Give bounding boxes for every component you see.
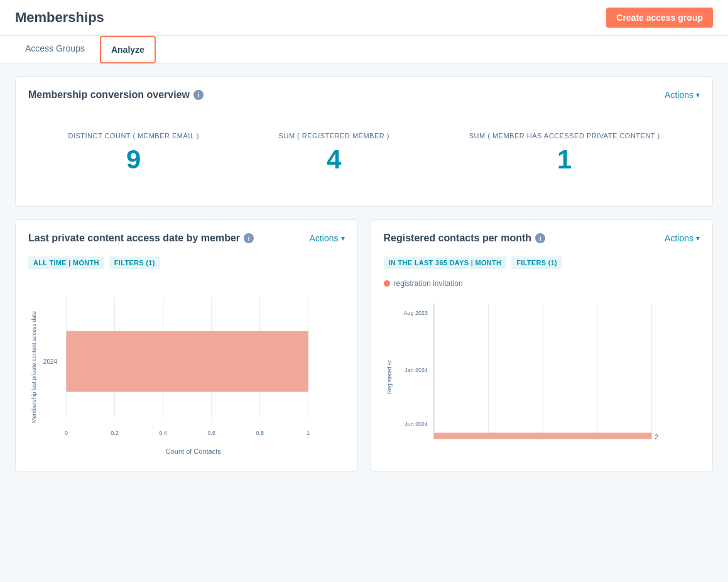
chart2-filter-tag-0: IN THE LAST 365 DAYS | MONTH <box>384 256 507 269</box>
metric-value-1: 4 <box>279 145 389 175</box>
chart1-filter-tag-0: ALL TIME | MONTH <box>28 256 104 269</box>
chart1-actions-button[interactable]: Actions <box>310 233 345 243</box>
create-access-group-button[interactable]: Create access group <box>606 8 713 28</box>
chart1-card: Last private content access date by memb… <box>15 219 358 472</box>
chart1-filter-tag-1: FILTERS (1) <box>109 256 160 269</box>
overview-card: Membership conversion overview i Actions… <box>15 76 713 207</box>
chart2-legend-label: registration invitation <box>394 279 463 288</box>
chart1-x-axis-label: Count of Contacts <box>42 447 345 455</box>
chart1-filter-tags: ALL TIME | MONTH FILTERS (1) <box>28 256 345 269</box>
svg-text:0: 0 <box>65 430 68 436</box>
chart2-actions-button[interactable]: Actions <box>665 233 700 243</box>
svg-text:2: 2 <box>655 434 658 441</box>
chart2-y-axis-label: Registered At <box>386 360 393 394</box>
overview-actions-button[interactable]: Actions <box>665 90 700 100</box>
main-content: Membership conversion overview i Actions… <box>0 63 728 485</box>
tab-analyze[interactable]: Analyze <box>100 36 156 63</box>
metric-label-2: SUM ( MEMBER HAS ACCESSED PRIVATE CONTEN… <box>469 132 660 140</box>
metric-label-1: SUM ( REGISTERED MEMBER ) <box>279 132 389 140</box>
chart2-area: Registered At Aug 2023 Jan 202 <box>384 295 700 459</box>
chart1-svg: Aug 2024 0 0.2 0.4 0.6 0.8 1 1.2 <box>42 279 345 453</box>
chart2-plot: Aug 2023 Jan 2024 Jun 2024 2 <box>398 295 700 459</box>
svg-rect-24 <box>433 432 651 439</box>
metric-value-2: 1 <box>469 145 660 175</box>
svg-text:Aug 2023: Aug 2023 <box>403 310 428 316</box>
overview-card-header: Membership conversion overview i Actions <box>28 89 700 101</box>
overview-info-icon[interactable]: i <box>193 90 204 100</box>
chart1-y-axis-label-container: Membership last private content access d… <box>28 279 40 455</box>
metric-distinct-count: DISTINCT COUNT ( MEMBER EMAIL ) 9 <box>68 132 198 175</box>
chart1-header: Last private content access date by memb… <box>28 233 345 244</box>
chart1-plot: Aug 2024 0 0.2 0.4 0.6 0.8 1 1.2 Count o… <box>42 279 345 455</box>
chart2-legend: registration invitation <box>384 279 700 288</box>
svg-text:0.4: 0.4 <box>159 430 167 436</box>
metric-label-0: DISTINCT COUNT ( MEMBER EMAIL ) <box>68 132 198 140</box>
chart2-filter-tag-1: FILTERS (1) <box>511 256 562 269</box>
chart1-y-axis-label: Membership last private content access d… <box>31 311 37 423</box>
chart2-svg: Aug 2023 Jan 2024 Jun 2024 2 <box>398 295 700 459</box>
svg-rect-6 <box>67 331 308 392</box>
chart2-header: Registered contacts per month i Actions <box>384 233 700 244</box>
tab-access-groups[interactable]: Access Groups <box>15 36 95 63</box>
svg-text:0.6: 0.6 <box>207 430 215 436</box>
chart2-title: Registered contacts per month i <box>384 233 546 244</box>
chart1-info-icon[interactable]: i <box>244 233 254 243</box>
chart2-legend-dot <box>384 280 390 287</box>
svg-text:Aug 2024: Aug 2024 <box>42 358 58 365</box>
svg-text:0.8: 0.8 <box>256 430 264 436</box>
chart2-y-axis-label-container: Registered At <box>384 295 395 459</box>
svg-text:Jan 2024: Jan 2024 <box>405 367 428 373</box>
overview-card-title: Membership conversion overview i <box>28 89 204 101</box>
metric-accessed-private: SUM ( MEMBER HAS ACCESSED PRIVATE CONTEN… <box>469 132 660 175</box>
top-bar: Memberships Create access group <box>0 0 728 36</box>
charts-row: Last private content access date by memb… <box>15 219 713 472</box>
metric-value-0: 9 <box>68 145 198 175</box>
chart1-area: Membership last private content access d… <box>28 279 345 455</box>
svg-text:0.2: 0.2 <box>111 430 119 436</box>
app-title: Memberships <box>15 9 104 26</box>
chart2-filter-tags: IN THE LAST 365 DAYS | MONTH FILTERS (1) <box>384 256 700 269</box>
svg-text:1: 1 <box>307 430 310 436</box>
chart1-title: Last private content access date by memb… <box>28 233 254 244</box>
svg-text:Jun 2024: Jun 2024 <box>405 421 428 427</box>
chart2-card: Registered contacts per month i Actions … <box>371 219 714 472</box>
chart2-info-icon[interactable]: i <box>535 233 545 243</box>
tabs-bar: Access Groups Analyze <box>0 36 728 63</box>
metrics-row: DISTINCT COUNT ( MEMBER EMAIL ) 9 SUM ( … <box>28 113 700 194</box>
metric-registered-member: SUM ( REGISTERED MEMBER ) 4 <box>279 132 389 175</box>
